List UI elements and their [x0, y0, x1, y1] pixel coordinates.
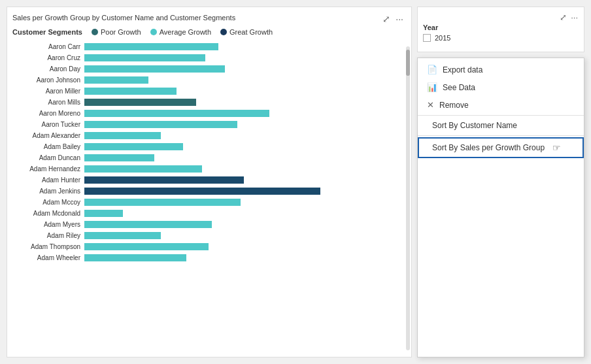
legend-dot-great	[220, 29, 227, 35]
bar-row: Adam Duncan	[12, 152, 405, 163]
legend-label: Customer Segments	[12, 28, 82, 36]
year-value: 2015	[435, 34, 450, 42]
bar-row: Adam Mccoy	[12, 197, 405, 207]
bar-label: Aaron Mills	[12, 99, 84, 106]
see-data-icon: 📊	[427, 82, 437, 92]
menu-item-export[interactable]: 📄 Export data	[418, 61, 584, 78]
bar-avg	[84, 43, 218, 50]
bar-label: Adam Hernandez	[12, 165, 84, 173]
bar-label: Adam Bailey	[12, 143, 84, 150]
bar-label: Adam Alexander	[12, 132, 84, 139]
bar-avg	[84, 54, 205, 61]
menu-label-sort-customer: Sort By Customer Name	[432, 121, 517, 130]
year-expand-btn[interactable]: ⤢	[559, 12, 567, 22]
main-container: Sales per Growth Group by Customer Name …	[0, 0, 591, 364]
legend-dot-poor	[92, 29, 98, 35]
bar-row: Aaron Tucker	[12, 119, 405, 129]
menu-item-remove[interactable]: ✕ Remove	[418, 96, 584, 114]
scrollbar-thumb[interactable]	[406, 50, 410, 76]
chart-panel: Sales per Growth Group by Customer Name …	[7, 7, 412, 357]
bar-avg	[84, 221, 212, 228]
menu-divider	[418, 115, 584, 116]
bar-avg	[84, 65, 225, 73]
bar-avg	[84, 232, 161, 239]
bar-avg	[84, 143, 183, 150]
more-options-btn[interactable]: ···	[394, 14, 405, 24]
cursor-icon: ☞	[552, 142, 561, 153]
bar-container	[84, 42, 405, 51]
bar-avg	[84, 254, 186, 261]
year-panel: ⤢ ··· Year 2015	[417, 7, 584, 52]
bar-container	[84, 153, 405, 162]
bar-avg	[84, 121, 237, 128]
bar-label: Adam Duncan	[12, 154, 84, 161]
bar-row: Adam Wheeler	[12, 252, 405, 263]
menu-label-remove: Remove	[439, 101, 469, 110]
bar-label: Adam Thompson	[12, 243, 84, 250]
chart-title: Sales per Growth Group by Customer Name …	[12, 14, 235, 22]
bar-row: Aaron Cruz	[12, 52, 405, 63]
bar-container	[84, 253, 405, 262]
bar-row: Aaron Day	[12, 63, 405, 74]
bar-container	[84, 53, 405, 62]
bar-row: Adam Jenkins	[12, 186, 405, 196]
export-icon: 📄	[427, 65, 437, 74]
bar-label: Aaron Tucker	[12, 121, 84, 128]
bar-avg	[84, 132, 161, 139]
chart-icons: ⤢ ···	[381, 14, 405, 24]
menu-label-see-data: See Data	[443, 83, 475, 92]
bar-label: Adam Wheeler	[12, 254, 84, 261]
bar-row: Adam Myers	[12, 219, 405, 229]
bar-container	[84, 64, 405, 73]
bar-container	[84, 75, 405, 84]
bar-row: Adam Alexander	[12, 130, 405, 141]
bar-label: Adam Mccoy	[12, 199, 84, 206]
scrollbar-right[interactable]	[406, 46, 410, 350]
bar-label: Adam Jenkins	[12, 188, 84, 195]
bar-poor	[84, 99, 196, 106]
bar-container	[84, 208, 405, 218]
bar-container	[84, 131, 405, 140]
menu-label-sort-sales: Sort By Sales per Growth Group	[432, 143, 545, 152]
dropdown-menu: 📄 Export data 📊 See Data ✕ Remove Sort B…	[417, 58, 584, 357]
bar-avg	[84, 154, 154, 161]
bar-container	[84, 108, 405, 118]
menu-item-sort-customer[interactable]: Sort By Customer Name	[418, 117, 584, 134]
legend: Customer Segments Poor Growth Average Gr…	[12, 28, 405, 36]
remove-icon: ✕	[427, 100, 434, 110]
bar-container	[84, 142, 405, 151]
bar-label: Aaron Carr	[12, 43, 84, 50]
year-checkbox[interactable]	[423, 34, 431, 42]
bar-label: Aaron Cruz	[12, 54, 84, 61]
bar-label: Aaron Miller	[12, 88, 84, 95]
bar-container	[84, 97, 405, 107]
bar-container	[84, 186, 405, 195]
bar-container	[84, 86, 405, 95]
bar-label: Adam Mcdonald	[12, 210, 84, 217]
menu-item-see-data[interactable]: 📊 See Data	[418, 78, 584, 96]
right-panel: ⤢ ··· Year 2015 📄 Export data 📊 See Data…	[417, 7, 584, 357]
bar-row: Adam Mcdonald	[12, 208, 405, 218]
bar-avg	[84, 243, 209, 250]
bar-label: Adam Hunter	[12, 176, 84, 184]
legend-label-poor: Poor Growth	[101, 28, 141, 36]
year-title: Year	[423, 24, 579, 31]
year-more-btn[interactable]: ···	[570, 12, 579, 22]
legend-item-avg: Average Growth	[150, 28, 211, 36]
bar-container	[84, 242, 405, 251]
bar-avg	[84, 88, 177, 95]
bar-avg	[84, 210, 123, 217]
legend-item-great: Great Growth	[220, 28, 273, 36]
chart-body: Aaron CarrAaron CruzAaron DayAaron Johns…	[12, 41, 405, 263]
bar-container	[84, 220, 405, 229]
bar-great	[84, 176, 244, 184]
bar-label: Aaron Day	[12, 65, 84, 73]
expand-icon-btn[interactable]: ⤢	[381, 14, 392, 24]
menu-item-sort-sales[interactable]: Sort By Sales per Growth Group ☞	[418, 137, 584, 158]
bar-container	[84, 197, 405, 207]
bar-container	[84, 231, 405, 240]
bar-label: Aaron Johnson	[12, 76, 84, 84]
bar-container	[84, 164, 405, 173]
legend-item-poor: Poor Growth	[92, 28, 141, 36]
chart-header: Sales per Growth Group by Customer Name …	[12, 14, 405, 24]
